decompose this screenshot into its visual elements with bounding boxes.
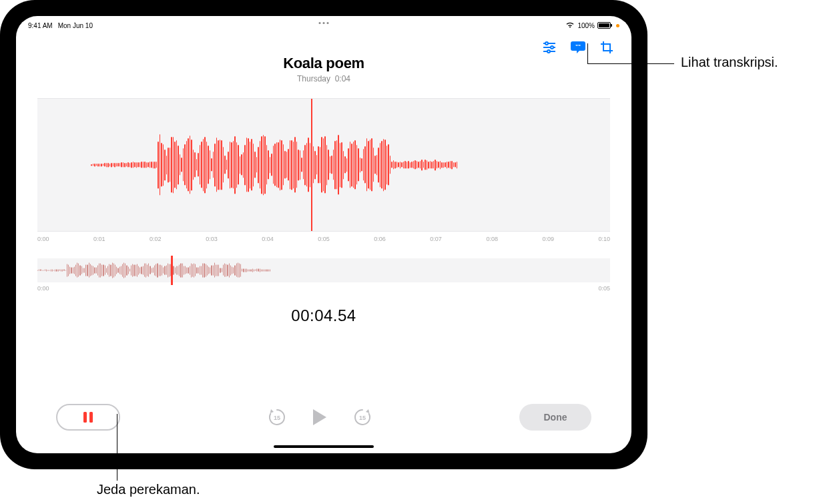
- waveform-main[interactable]: [37, 98, 610, 232]
- battery-percent: 100%: [577, 22, 595, 29]
- transcript-icon[interactable]: ””: [570, 41, 586, 54]
- waveform-overview[interactable]: [37, 258, 610, 282]
- recording-subtitle: Thursday 0:04: [16, 74, 631, 83]
- trim-icon[interactable]: [599, 40, 614, 55]
- home-indicator[interactable]: [274, 445, 374, 448]
- svg-text:15: 15: [274, 415, 280, 421]
- status-bar: 9:41 AM Mon Jun 10 100%: [16, 16, 631, 32]
- time-ruler: 0:000:010:020:030:040:050:060:070:080:09…: [37, 236, 610, 242]
- status-time: 9:41 AM: [28, 22, 53, 29]
- skip-back-15-button[interactable]: 15: [267, 407, 287, 427]
- screen: 9:41 AM Mon Jun 10 100%: [16, 16, 631, 453]
- callout-line: [587, 63, 674, 64]
- play-button[interactable]: [311, 408, 328, 427]
- playhead[interactable]: [311, 98, 312, 232]
- svg-text:15: 15: [359, 415, 366, 421]
- multitask-dots[interactable]: [319, 22, 329, 24]
- pause-icon: [83, 412, 93, 423]
- skip-forward-15-button[interactable]: 15: [352, 407, 372, 427]
- pause-button[interactable]: [56, 404, 120, 431]
- ruler-tick: 0:05: [318, 236, 330, 242]
- callout-transcript: Lihat transkripsi.: [681, 55, 778, 70]
- recording-indicator-dot: [616, 24, 619, 27]
- timer-label: 00:04.54: [16, 306, 631, 325]
- ruler-tick: 0:08: [486, 236, 498, 242]
- ruler-tick: 0:02: [150, 236, 162, 242]
- ruler-tick: 0:10: [598, 236, 610, 242]
- ruler-tick: 0:00: [37, 236, 49, 242]
- svg-point-3: [545, 42, 548, 45]
- svg-text:””: ””: [575, 43, 581, 49]
- battery-icon: [597, 22, 611, 29]
- done-button[interactable]: Done: [519, 404, 591, 431]
- svg-point-4: [551, 46, 553, 49]
- ruler-tick: 0:01: [93, 236, 105, 242]
- callout-line: [587, 43, 588, 63]
- ruler-tick: 0:03: [206, 236, 218, 242]
- wifi-icon: [565, 21, 575, 29]
- overview-playhead[interactable]: [171, 256, 173, 285]
- status-date: Mon Jun 10: [58, 22, 93, 29]
- ruler-tick: 0:09: [542, 236, 554, 242]
- svg-point-5: [547, 50, 550, 53]
- recording-title[interactable]: Koala poem: [16, 55, 631, 72]
- callout-line: [117, 414, 117, 481]
- overview-ruler: 0:00 0:05: [37, 285, 610, 292]
- ruler-tick: 0:06: [374, 236, 386, 242]
- ruler-tick: 0:07: [430, 236, 442, 242]
- callout-pause: Jeda perekaman.: [97, 482, 200, 497]
- options-icon[interactable]: [542, 41, 557, 53]
- ipad-device-frame: 9:41 AM Mon Jun 10 100%: [0, 0, 647, 469]
- ruler-tick: 0:04: [262, 236, 274, 242]
